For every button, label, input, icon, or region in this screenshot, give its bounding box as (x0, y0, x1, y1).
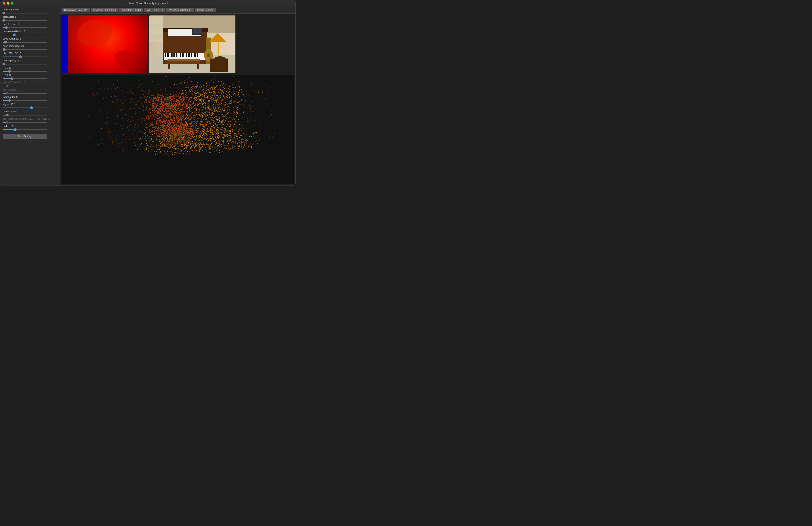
thumb-preFilterType[interactable] (6, 121, 9, 124)
label-uniquenessRatio: uniquenessRatio: 26 (3, 30, 57, 33)
title-bar: Stereo Vision Disparity Adjustment (0, 0, 295, 6)
save-settings-button[interactable]: Save Settings (3, 134, 47, 139)
thumb-uniquenessRatio[interactable] (13, 33, 16, 36)
minimize-button[interactable] (7, 2, 10, 5)
sidebar: numDisparities: 2blockSize: 2preFilterCa… (0, 6, 60, 185)
control-group-lambda: lambda: 8000 (3, 96, 57, 102)
depth-map-canvas (61, 15, 148, 73)
label-P2: P2: 291 (3, 74, 57, 76)
control-group-P1: P1: 182 (3, 67, 57, 73)
label-lambda: lambda: 8000 (3, 96, 57, 98)
slider-textureThreshold[interactable] (3, 84, 57, 87)
label-numDisparities: numDisparities: 2 (3, 8, 57, 11)
thumb-lambda[interactable] (8, 99, 11, 102)
label-blockSize: blockSize: 2 (3, 15, 57, 18)
slider-doffs[interactable] (3, 128, 57, 131)
label-preFilterType: preFilterType: NORMALIZED_RESPONSE (3, 117, 57, 120)
thumb-P1[interactable] (8, 70, 11, 73)
image-area (60, 14, 295, 75)
slider-preFilterCap[interactable] (3, 26, 57, 29)
thumb-preFilterCap[interactable] (5, 26, 8, 29)
label-disp12MaxDiff: disp12MaxDiff: 7 (3, 52, 57, 55)
slider-preFilterSize[interactable] (3, 91, 57, 95)
thumb-disp12MaxDiff[interactable] (19, 55, 22, 58)
thumb-mode[interactable] (6, 114, 9, 116)
thumb-minDisparity[interactable] (2, 63, 5, 65)
main-content: numDisparities: 2blockSize: 2preFilterCa… (0, 6, 295, 185)
thumb-preFilterSize[interactable] (5, 92, 8, 95)
slider-blockSize[interactable] (3, 19, 57, 22)
control-group-speckleWindowSize: speckleWindowSize: 3 (3, 45, 57, 51)
control-group-textureThreshold: textureThreshold: 10 (3, 81, 57, 87)
maximize-button[interactable] (11, 2, 13, 5)
slider-disp12MaxDiff[interactable] (3, 55, 57, 58)
thumb-blockSize[interactable] (2, 19, 5, 22)
slider-speckleRange[interactable] (3, 41, 57, 44)
control-group-doffs: doffs: 165 (3, 125, 57, 131)
traffic-lights (3, 2, 13, 5)
right-panel: Depth Map Color: On Showing: Depth Map A… (60, 6, 295, 185)
thumb-speckleRange[interactable] (4, 41, 7, 43)
depth-map-view (61, 15, 148, 73)
point-cloud-settings-button[interactable]: Point Cloud Settings (166, 8, 194, 12)
control-group-uniquenessRatio: uniquenessRatio: 26 (3, 30, 57, 37)
label-P1: P1: 182 (3, 67, 57, 69)
showing-button[interactable]: Showing: Depth Map (91, 8, 118, 12)
depth-map-color-button[interactable]: Depth Map Color: On (61, 8, 90, 12)
control-group-numDisparities: numDisparities: 2 (3, 8, 57, 15)
label-speckleWindowSize: speckleWindowSize: 3 (3, 45, 57, 47)
label-speckleRange: speckleRange: 6 (3, 37, 57, 40)
wls-filter-button[interactable]: WLS Filter: On (144, 8, 165, 12)
thumb-P2[interactable] (10, 77, 13, 80)
thumb-sigma[interactable] (30, 106, 33, 109)
slider-P1[interactable] (3, 70, 57, 73)
toolbar: Depth Map Color: On Showing: Depth Map A… (60, 6, 295, 14)
label-doffs: doffs: 165 (3, 125, 57, 127)
slider-minDisparity[interactable] (3, 62, 57, 66)
control-group-blockSize: blockSize: 2 (3, 15, 57, 22)
label-preFilterCap: preFilterCap: 8 (3, 23, 57, 25)
thumb-doffs[interactable] (14, 128, 17, 131)
thumb-numDisparities[interactable] (2, 12, 5, 14)
control-group-preFilterType: preFilterType: NORMALIZED_RESPONSE (3, 117, 57, 124)
slider-lambda[interactable] (3, 99, 57, 102)
control-group-disp12MaxDiff: disp12MaxDiff: 7 (3, 52, 57, 58)
label-preFilterSize: preFilterSize: 9 (3, 88, 57, 91)
window-title: Stereo Vision Disparity Adjustment (128, 2, 168, 5)
label-minDisparity: minDisparity: 2 (3, 59, 57, 62)
slider-mode[interactable] (3, 114, 57, 117)
slider-preFilterType[interactable] (3, 121, 57, 124)
control-group-preFilterSize: preFilterSize: 9 (3, 88, 57, 95)
label-textureThreshold: textureThreshold: 10 (3, 81, 57, 84)
control-group-preFilterCap: preFilterCap: 8 (3, 23, 57, 29)
photo-view (149, 15, 235, 73)
control-group-mode: mode: SGBM (3, 110, 57, 117)
control-group-speckleRange: speckleRange: 6 (3, 37, 57, 44)
thumb-textureThreshold[interactable] (6, 85, 9, 87)
slider-P2[interactable] (3, 77, 57, 80)
image-settings-button[interactable]: Image Settings (194, 8, 216, 12)
control-group-minDisparity: minDisparity: 2 (3, 59, 57, 66)
thumb-speckleWindowSize[interactable] (3, 48, 5, 51)
slider-numDisparities[interactable] (3, 12, 57, 15)
label-mode: mode: SGBM (3, 110, 57, 113)
control-group-sigma: sigma: 172 (3, 103, 57, 109)
control-group-P2: P2: 291 (3, 74, 57, 80)
slider-uniquenessRatio[interactable] (3, 33, 57, 37)
point-cloud-canvas (61, 75, 294, 184)
slider-sigma[interactable] (3, 106, 57, 109)
piano-canvas (149, 15, 235, 73)
label-sigma: sigma: 172 (3, 103, 57, 105)
close-button[interactable] (3, 2, 5, 5)
point-cloud-view (61, 75, 294, 184)
algorithm-button[interactable]: Algorithm: SGBM (119, 8, 143, 12)
slider-speckleWindowSize[interactable] (3, 48, 57, 51)
